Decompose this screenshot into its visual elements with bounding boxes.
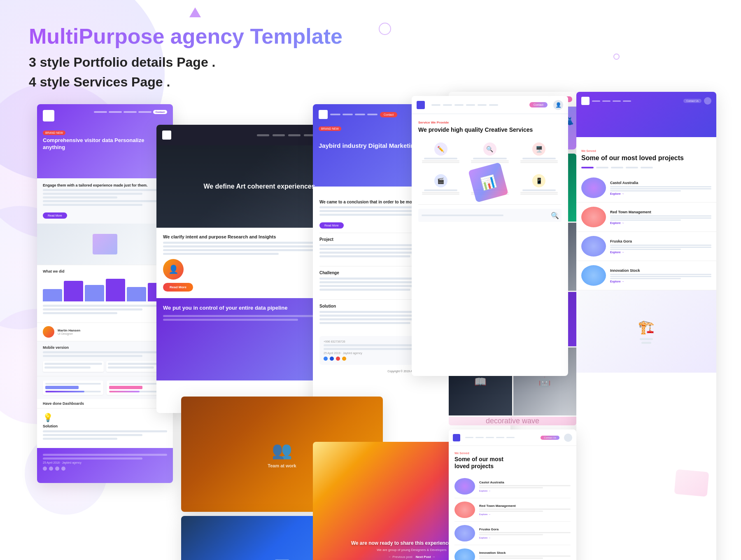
mock-image-placeholder: [37, 224, 173, 265]
project-card-fruska: Fruska Gora Explore →: [576, 232, 716, 261]
what-we-did-title: What we did: [43, 269, 167, 273]
rs2-title: Some of our mostloved projects: [454, 456, 571, 470]
castol-thumb: [581, 177, 606, 198]
innovation-name: Innovation Stock: [610, 268, 711, 273]
search-icon-outline[interactable]: 🔍: [552, 212, 558, 219]
project-card-redtown: Red Town Management Explore →: [576, 203, 716, 232]
services-avatar: 👤: [553, 100, 563, 110]
mock-dark-logo: [162, 131, 171, 140]
rs2-logo: [453, 434, 460, 441]
projects-header: Contact Us: [576, 92, 716, 137]
mock-engage-section: Engage them with a tailored experience m…: [37, 178, 173, 224]
rs2-project-1: Castol Australia Explore →: [454, 475, 571, 498]
next-post-link[interactable]: Next Post →: [416, 555, 435, 559]
dark-cta-btn[interactable]: Read More: [163, 283, 193, 292]
screenshots-area: Contact BRAND NEW Comprehensive visitor …: [25, 104, 716, 557]
engage-btn[interactable]: Read More: [43, 212, 67, 219]
services-search: 🔍: [418, 209, 562, 222]
subtitle-line-2: 4 style Services Page .: [29, 72, 343, 92]
castol-name: Castol Australia: [610, 181, 711, 185]
page-title: MultiPurpose agency Template: [29, 25, 343, 48]
mockup-left-main: Contact BRAND NEW Comprehensive visitor …: [37, 104, 173, 483]
portfolio-iso-graphic: 📊: [472, 166, 505, 199]
service-card-2: 🔍: [467, 139, 512, 167]
services-title: We provide high quality Creative Service…: [418, 126, 562, 133]
services-logo: [417, 101, 425, 109]
blue-logo: [319, 110, 328, 119]
rs2-project-2: Red Town Management Explore →: [454, 498, 571, 522]
mock-chart-section: What we did: [37, 265, 173, 322]
deco-floating: [675, 471, 708, 495]
header: MultiPurpose agency Template 3 style Por…: [25, 16, 716, 92]
redtown-thumb: [581, 207, 606, 227]
services-header: Contact 👤: [412, 96, 568, 114]
service-card-6: 📱: [517, 171, 562, 198]
solution-section: 💡 Solution: [37, 408, 173, 448]
services-label: Service We Provide: [418, 121, 562, 124]
redtown-name: Red Town Management: [610, 210, 711, 214]
page-wrapper: MultiPurpose agency Template 3 style Por…: [0, 0, 741, 560]
proj-logo: [581, 97, 590, 105]
right-services-2-header: Contact Us: [449, 429, 576, 446]
innovation-thumb: [581, 265, 606, 286]
mock-nav: Contact: [94, 110, 167, 114]
fruska-thumb: [581, 236, 606, 257]
engage-title: Engage them with a tailored experience m…: [43, 183, 167, 187]
mock-logo: [43, 110, 54, 121]
profile-name: Martin Hansen: [58, 329, 80, 332]
fruska-link[interactable]: Explore →: [610, 251, 711, 254]
bar-chart: [43, 277, 167, 301]
rs2-project-4: Innovation Stock Explore →: [454, 545, 571, 560]
profile-role: UI Designer: [58, 332, 80, 335]
strip-photo-8: decorative wave: [449, 417, 576, 425]
service-card-4: 🎬: [418, 171, 463, 198]
main-title-block: MultiPurpose agency Template 3 style Por…: [25, 16, 343, 92]
mock-left-heading: Comprehensive visitor data Personalize a…: [43, 137, 167, 151]
mock-avatar: [43, 326, 54, 338]
project-card-innovation: Innovation Stock Explore →: [576, 261, 716, 290]
project-card-castol: Castol Australia Explore →: [576, 173, 716, 203]
prev-post-link[interactable]: ← Previous post: [388, 555, 412, 559]
projects-body: We Served Some of our most loved project…: [576, 149, 716, 373]
portfolio-badge: BRAND NEW: [319, 126, 341, 131]
solution-icon: 💡: [43, 413, 167, 422]
solution-title: Solution: [43, 424, 167, 428]
rs2-project-3: Fruska Gora Explore →: [454, 522, 571, 545]
subtitle-block: 3 style Portfolio details Page . 4 style…: [29, 52, 343, 92]
mock-left-header: Contact BRAND NEW Comprehensive visitor …: [37, 104, 173, 178]
dashboard-section: [37, 376, 173, 399]
projects-filter: [576, 167, 716, 168]
innovation-link[interactable]: Explore →: [610, 280, 711, 283]
redtown-link[interactable]: Explore →: [610, 222, 711, 224]
mock-profile-section: Martin Hansen UI Designer: [37, 322, 173, 341]
dashboard-title: Have done Dashboards: [37, 399, 173, 408]
projects-deco-bottom: 🏗️: [576, 290, 716, 373]
services-contact-btn[interactable]: Contact: [529, 102, 548, 107]
castol-link[interactable]: Explore →: [610, 192, 711, 195]
rs2-cta[interactable]: Contact Us: [541, 436, 559, 440]
mobile-version-section: Mobile version: [37, 341, 173, 376]
mockup-loved-projects: Contact Us We Served Some of our most lo…: [576, 92, 716, 560]
person-image: 👤: [163, 259, 184, 280]
blue-cta-btn[interactable]: Contact: [380, 112, 397, 117]
rs2-content: We Served Some of our mostloved projects…: [449, 446, 576, 560]
projects-label: We Served: [581, 149, 711, 152]
portfolio-read-more[interactable]: Read More: [319, 222, 344, 229]
fruska-name: Fruska Gora: [610, 239, 711, 243]
projects-title: Some of our most loved projects: [581, 154, 711, 162]
mock-dark-heading: We define Art coherent experiences: [203, 183, 315, 190]
service-card-3: 🖥️: [517, 139, 562, 167]
mock-bottom-purple: 25 April 2018 · Jaybird agency: [37, 448, 173, 483]
mockup-right-services-2: Contact Us We Served Some of our mostlov…: [449, 429, 576, 560]
services-nav: [431, 104, 526, 106]
mockup-services: Contact 👤 Service We Provide We provide …: [412, 96, 568, 376]
mock-badge-red: BRAND NEW: [43, 131, 65, 135]
mobile-version-title: Mobile version: [43, 345, 167, 350]
service-card-1: ✏️: [418, 139, 463, 167]
subtitle-line-1: 3 style Portfolio details Page .: [29, 52, 343, 72]
